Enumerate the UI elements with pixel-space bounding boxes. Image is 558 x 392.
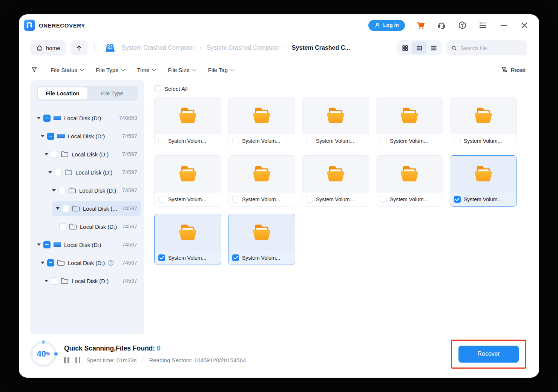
- file-checkbox[interactable]: [306, 196, 313, 203]
- file-checkbox[interactable]: [454, 196, 461, 203]
- tree-checkbox[interactable]: [51, 277, 58, 285]
- filter-label: File Status: [51, 67, 77, 73]
- file-card[interactable]: System Volum...: [302, 97, 369, 148]
- folder-icon: [61, 277, 69, 285]
- tree-row[interactable]: Local Disk (D:)74597: [34, 183, 141, 198]
- tree-item-label: Local Disk (D:): [68, 260, 105, 266]
- file-card[interactable]: System Volum...: [450, 97, 517, 148]
- file-card[interactable]: System Volum...: [302, 155, 369, 207]
- filter-dropdown-file-tag[interactable]: File Tag: [208, 67, 233, 73]
- select-all-row[interactable]: Select All: [154, 85, 539, 92]
- pause-button[interactable]: [64, 357, 69, 363]
- login-button[interactable]: Log in: [368, 20, 405, 31]
- file-checkbox[interactable]: [158, 196, 165, 203]
- tree-expand-caret-icon[interactable]: [44, 153, 48, 156]
- folder-thumbnail-icon: [302, 97, 369, 134]
- close-icon[interactable]: [520, 20, 529, 30]
- tree-indent: [34, 219, 52, 234]
- tree-checkbox[interactable]: [58, 187, 66, 194]
- tree-expand-caret-icon[interactable]: [41, 262, 44, 264]
- file-checkbox[interactable]: [380, 196, 387, 203]
- file-card[interactable]: System Volum...: [228, 214, 295, 265]
- feedback-hexagon-icon[interactable]: [457, 20, 467, 30]
- file-checkbox[interactable]: [454, 138, 461, 144]
- file-card[interactable]: System Volum...: [154, 97, 221, 148]
- filter-dropdown-file-size[interactable]: File Size: [168, 67, 195, 73]
- file-checkbox[interactable]: [380, 138, 387, 144]
- filter-dropdown-file-type[interactable]: File Type: [96, 67, 124, 73]
- up-level-button[interactable]: [71, 40, 87, 55]
- reset-filters-button[interactable]: Reset: [501, 66, 526, 74]
- tree-expand-caret-icon[interactable]: [56, 207, 60, 210]
- recover-button[interactable]: Recover: [458, 346, 519, 363]
- file-card[interactable]: System Volum...: [376, 97, 443, 148]
- file-card[interactable]: System Volum...: [228, 97, 295, 148]
- tree-checkbox[interactable]: [62, 205, 69, 212]
- file-card[interactable]: System Volum...: [154, 155, 221, 207]
- file-card[interactable]: System Volum...: [376, 155, 443, 207]
- tree-row[interactable]: Local Disk (D:)74597: [34, 255, 141, 270]
- tree-indent: [34, 183, 49, 198]
- tree-item-count: 740059: [119, 115, 137, 121]
- file-checkbox[interactable]: [232, 196, 239, 203]
- stop-button[interactable]: [75, 357, 81, 363]
- sidebar-tab-file-location[interactable]: File Location: [38, 87, 87, 100]
- chevron-down-icon: [192, 67, 196, 71]
- tree-expand-caret-icon[interactable]: [37, 243, 41, 246]
- breadcrumb-separator: ›: [285, 45, 287, 51]
- tree-expand-caret-icon[interactable]: [37, 117, 41, 119]
- tree-item-label: Local Disk (...: [83, 205, 117, 212]
- filter-dropdown-time[interactable]: Time: [137, 67, 155, 73]
- file-card[interactable]: System Volum...: [450, 155, 517, 207]
- tree-row[interactable]: Local Disk (D:)74597: [34, 273, 141, 288]
- breadcrumb-item[interactable]: System Crashed Computer: [207, 44, 279, 51]
- tree-row[interactable]: Local Disk (D:)74597: [34, 219, 141, 234]
- sidebar-tab-file-type[interactable]: File Type: [87, 87, 137, 100]
- sidebar-tabs: File LocationFile Type: [37, 86, 138, 101]
- view-grid-button[interactable]: [398, 41, 412, 54]
- tree-row[interactable]: Local Disk (...74597: [34, 201, 141, 216]
- file-card[interactable]: System Volum...: [228, 155, 295, 207]
- file-card[interactable]: System Volum...: [154, 214, 221, 265]
- view-detail-button[interactable]: [412, 41, 426, 54]
- tree-checkbox[interactable]: [55, 169, 62, 176]
- tree-expand-caret-icon[interactable]: [44, 280, 48, 282]
- file-checkbox[interactable]: [232, 254, 239, 261]
- file-card-label-row: System Volum...: [376, 134, 443, 148]
- tree-expand-caret-icon[interactable]: [48, 171, 52, 174]
- select-all-checkbox[interactable]: [154, 85, 161, 92]
- tree-item-count: 74597: [122, 151, 137, 157]
- tree-checkbox[interactable]: [59, 223, 66, 230]
- file-checkbox[interactable]: [158, 138, 165, 144]
- search-box: [446, 40, 527, 55]
- breadcrumb-item[interactable]: System Crashed Computer: [122, 44, 195, 51]
- tree-checkbox[interactable]: [47, 259, 54, 266]
- help-icon[interactable]: [107, 260, 114, 266]
- support-headset-icon[interactable]: [437, 20, 446, 30]
- file-card-label-row: System Volum...: [302, 134, 369, 148]
- tree-row[interactable]: Local Disk (D:)74597: [34, 129, 141, 144]
- tree-checkbox[interactable]: [43, 241, 51, 248]
- filter-dropdown-file-status[interactable]: File Status: [51, 67, 83, 73]
- view-list-button[interactable]: [426, 41, 441, 54]
- tree-row-inner: Local Disk (D:)74597: [41, 147, 141, 162]
- cart-icon[interactable]: [416, 20, 426, 30]
- tree-row[interactable]: Local Disk (D:)74597: [34, 237, 141, 252]
- tree-expand-caret-icon[interactable]: [41, 135, 44, 138]
- minimize-icon[interactable]: [499, 20, 509, 30]
- tree-row[interactable]: Local Disk (D:)74597: [34, 165, 141, 180]
- tree-row[interactable]: Local Disk (D:)740059: [34, 110, 141, 126]
- tree-checkbox[interactable]: [43, 115, 51, 122]
- home-button[interactable]: home: [30, 40, 66, 55]
- file-checkbox[interactable]: [306, 138, 313, 144]
- tree-checkbox[interactable]: [51, 151, 58, 158]
- tree-checkbox[interactable]: [47, 133, 54, 140]
- tree-row[interactable]: Local Disk (D:)74597: [34, 147, 141, 162]
- folder-thumbnail-icon: [155, 97, 221, 134]
- menu-list-icon[interactable]: [478, 20, 488, 30]
- search-input[interactable]: [460, 45, 522, 51]
- brand: ONERECOVERY: [24, 20, 85, 31]
- file-checkbox[interactable]: [158, 254, 165, 261]
- file-checkbox[interactable]: [232, 138, 239, 144]
- tree-expand-caret-icon[interactable]: [52, 189, 56, 192]
